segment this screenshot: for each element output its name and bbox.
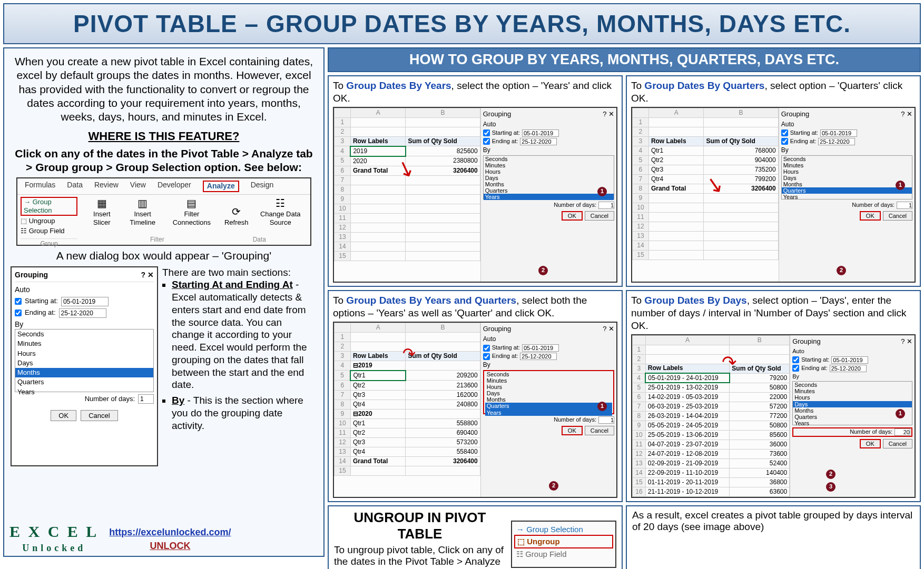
ungroup-title: UNGROUP IN PIVOT TABLE [334, 510, 506, 542]
years-table: AB 1 2 3Row LabelsSum of Qty Sold 420198… [334, 108, 480, 261]
ungroup-screenshot: → Group Selection ⬚ Ungroup ☷ Group Fiel… [511, 521, 616, 568]
badge-2: 2 [549, 481, 558, 491]
y-pre: To [333, 80, 346, 91]
b2-title: By [172, 395, 184, 406]
d-start[interactable] [831, 356, 868, 364]
q-chk-start[interactable] [781, 129, 788, 136]
q-ok[interactable]: OK [860, 211, 881, 221]
q-numdays[interactable] [897, 202, 912, 209]
sections-explain: There are two main sections: Starting At… [162, 266, 317, 466]
btn-group-selection: → Group Selection [21, 197, 77, 216]
yq-ok[interactable]: OK [562, 426, 583, 435]
by-days[interactable]: Days [15, 358, 153, 368]
d-chk-end[interactable] [792, 365, 799, 372]
years-screenshot: AB 1 2 3Row LabelsSum of Qty Sold 420198… [333, 107, 617, 283]
tab-developer: Developer [158, 181, 191, 192]
cell-days: To Group Dates By Days, select option – … [626, 290, 921, 502]
d-bold: Group Dates By Days [644, 295, 746, 306]
intro-text: When you create a new pivot table in Exc… [11, 55, 317, 124]
y-end[interactable] [520, 138, 557, 145]
yq-cancel[interactable]: Cancel [585, 426, 614, 435]
btn-cancel[interactable]: Cancel [81, 410, 117, 421]
chk-ending[interactable] [15, 310, 22, 316]
y-chk-start[interactable] [483, 129, 490, 136]
q-end[interactable] [818, 138, 855, 145]
tab-data: Data [67, 181, 83, 192]
main-title: PIVOT TABLE – GROUP DATES BY YEARS, MONT… [3, 3, 921, 44]
input-start[interactable] [61, 297, 109, 306]
logo: E X C E L Unlocked [9, 524, 99, 553]
quarters-table: AB 12 3Row LabelsSum of Qty Sold 4Qtr176… [632, 108, 779, 260]
badge-3: 3 [826, 482, 835, 492]
y-start[interactable] [522, 129, 559, 137]
d-end[interactable] [830, 365, 867, 372]
chk-starting[interactable] [15, 298, 22, 305]
lbl-ending: Ending at: [25, 308, 56, 317]
badge-2: 2 [826, 470, 835, 479]
yq-chk-start[interactable] [483, 345, 490, 352]
yq-table: AB 12 3Row LabelsSum of Qty Sold 4⊟2019 … [334, 323, 480, 476]
yq-chk-end[interactable] [483, 353, 490, 360]
tab-formulas: Formulas [25, 181, 55, 192]
input-numdays[interactable] [138, 394, 154, 404]
btn-timeline: Insert Timeline [130, 210, 155, 226]
quarters-screenshot: AB 12 3Row LabelsSum of Qty Sold 4Qtr176… [631, 107, 916, 283]
by-months[interactable]: Months [15, 368, 153, 377]
dlg-auto: Auto [15, 285, 154, 295]
d-cancel[interactable]: Cancel [883, 439, 912, 448]
data-label: Data [253, 236, 266, 244]
y-ok[interactable]: OK [562, 211, 583, 221]
d-chk-start[interactable] [792, 356, 799, 363]
yq-end[interactable] [520, 353, 557, 360]
btn-ok[interactable]: OK [51, 410, 76, 421]
tab-view: View [130, 181, 146, 192]
ug-ungroup: Ungroup [527, 537, 559, 546]
input-end[interactable] [59, 308, 106, 318]
yq-screenshot: AB 12 3Row LabelsSum of Qty Sold 4⊟2019 … [333, 322, 617, 498]
by-list[interactable]: Seconds Minutes Hours Days Months Quarte… [15, 329, 154, 392]
yq-start[interactable] [522, 344, 559, 352]
ribbon-group-filter: ▦Insert Slicer ▥Insert Timeline ▤Filter … [86, 197, 216, 227]
days-table: AB 12 3Row LabelsSum of Qty Sold 405-01-… [632, 335, 790, 497]
y-bylist[interactable]: SecondsMinutesHoursDaysMonthsQuartersYea… [483, 155, 614, 199]
lbl-by: By [15, 320, 154, 330]
b1-title: Starting At and Ending At [172, 279, 293, 290]
btn-ungroup: ⬚ Ungroup [21, 217, 77, 225]
y-bold: Group Dates By Years [346, 80, 451, 91]
d-bylist[interactable]: SecondsMinutesHoursDaysMonthsQuartersYea… [792, 381, 912, 425]
y-cancel[interactable]: Cancel [585, 211, 614, 221]
by-minutes[interactable]: Minutes [15, 339, 153, 348]
yq-pre: To [333, 295, 346, 306]
yq-bylist[interactable]: SecondsMinutesHoursDaysMonthsQuartersYea… [483, 370, 614, 414]
filter-label: Filter [150, 236, 164, 244]
where-header: WHERE IS THIS FEATURE? [11, 129, 317, 144]
site-link[interactable]: https://excelunlocked.com/ [109, 527, 231, 537]
by-quarters[interactable]: Quarters [15, 377, 153, 387]
cell-years: To Group Dates By Years, select the opti… [328, 75, 623, 287]
y-numdays[interactable] [598, 202, 614, 209]
by-hours[interactable]: Hours [15, 349, 153, 358]
ungroup-text: To ungroup pivot table, Click on any of … [334, 544, 506, 570]
lbl-numdays: Number of days: [85, 395, 135, 403]
btn-changesrc: Change Data Source [260, 210, 301, 226]
badge-1: 1 [597, 402, 607, 411]
q-start[interactable] [820, 129, 857, 137]
badge-1: 1 [597, 187, 607, 196]
ungroup-panel: UNGROUP IN PIVOT TABLE To ungroup pivot … [328, 505, 623, 570]
q-bylist[interactable]: SecondsMinutesHoursDaysMonthsQuartersYea… [781, 155, 912, 199]
where-instruction: Click on any of the dates in the Pivot T… [11, 147, 317, 175]
d-numdays[interactable] [894, 428, 910, 436]
q-cancel[interactable]: Cancel [883, 211, 912, 221]
dialog-appear-text: A new dialog box would appear – 'Groupin… [11, 249, 317, 263]
q-chk-end[interactable] [781, 138, 788, 145]
help-icon: ? ✕ [141, 271, 154, 280]
y-chk-end[interactable] [483, 138, 490, 145]
d-ok[interactable]: OK [860, 439, 881, 448]
ribbon-screenshot: Formulas Data Review View Developer Anal… [16, 177, 311, 246]
yq-numdays[interactable] [598, 416, 614, 424]
unlock-link[interactable]: UNLOCK [150, 541, 190, 551]
btn-slicer: Insert Slicer [93, 210, 111, 226]
by-seconds[interactable]: Seconds [15, 330, 153, 339]
cell-years-quarters: To Group Dates By Years and Quarters, se… [328, 290, 623, 502]
tab-analyze: Analyze [203, 181, 239, 192]
